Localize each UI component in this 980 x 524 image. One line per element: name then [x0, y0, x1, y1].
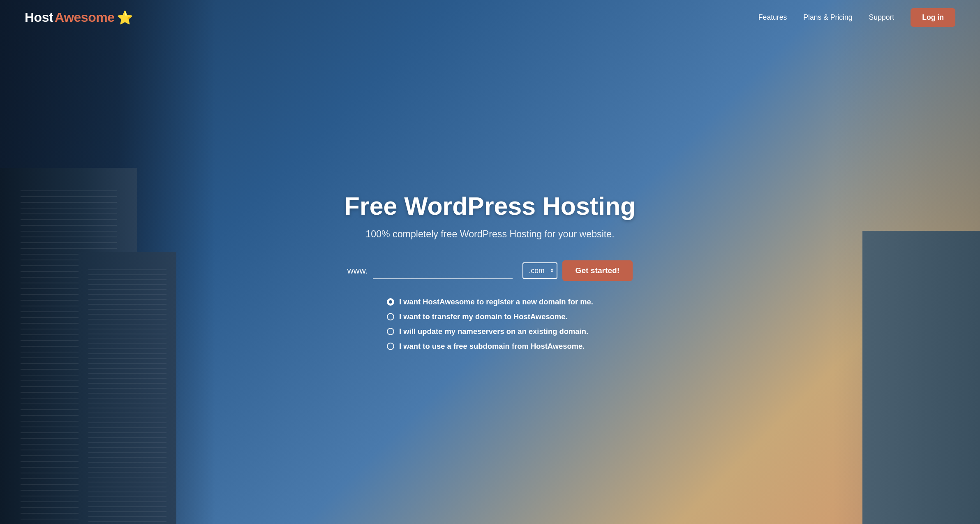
domain-input-wrapper	[373, 262, 513, 279]
radio-transfer-label: I want to transfer my domain to HostAwes…	[399, 312, 567, 321]
radio-register-label: I want HostAwesome to register a new dom…	[399, 297, 593, 306]
radio-transfer-indicator	[387, 313, 394, 320]
radio-options: I want HostAwesome to register a new dom…	[387, 297, 593, 351]
radio-register-indicator	[387, 298, 394, 306]
radio-nameservers-label: I will update my nameservers on an exist…	[399, 327, 588, 336]
tld-select[interactable]: .com .net .org .io	[522, 262, 557, 279]
hero-content: Free WordPress Hosting 100% completely f…	[0, 19, 980, 524]
radio-option-register[interactable]: I want HostAwesome to register a new dom…	[387, 297, 593, 306]
radio-subdomain-indicator	[387, 343, 394, 350]
domain-input[interactable]	[373, 262, 513, 279]
radio-option-subdomain[interactable]: I want to use a free subdomain from Host…	[387, 342, 585, 351]
radio-option-nameservers[interactable]: I will update my nameservers on an exist…	[387, 327, 588, 336]
tld-select-wrapper: .com .net .org .io	[518, 262, 557, 279]
domain-row: www. .com .net .org .io Get started!	[347, 260, 633, 281]
hero-subtitle: 100% completely free WordPress Hosting f…	[365, 229, 614, 240]
radio-subdomain-label: I want to use a free subdomain from Host…	[399, 342, 585, 351]
get-started-button[interactable]: Get started!	[562, 260, 633, 281]
hero-title: Free WordPress Hosting	[344, 192, 636, 220]
hero-section: HostAwesome⭐ Features Plans & Pricing Su…	[0, 0, 980, 524]
domain-prefix: www.	[347, 266, 368, 276]
radio-nameservers-indicator	[387, 328, 394, 335]
radio-option-transfer[interactable]: I want to transfer my domain to HostAwes…	[387, 312, 567, 321]
